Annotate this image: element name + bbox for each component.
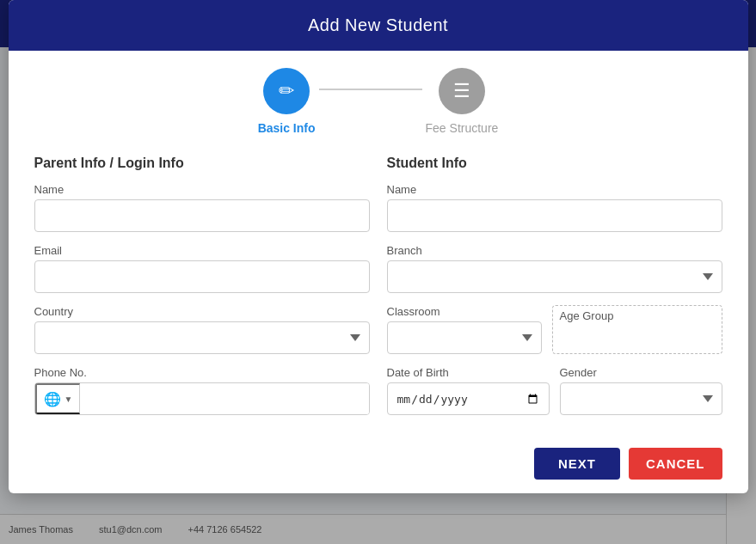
student-dob-group: Date of Birth <box>387 366 550 415</box>
student-gender-select[interactable] <box>560 382 722 415</box>
modal-overlay: Add New Student ✏ Basic Info ☰ Fee Struc… <box>0 0 756 544</box>
add-student-modal: Add New Student ✏ Basic Info ☰ Fee Struc… <box>9 0 748 493</box>
student-dob-label: Date of Birth <box>387 366 550 379</box>
parent-name-label: Name <box>34 183 370 196</box>
pencil-icon: ✏ <box>279 80 294 102</box>
cancel-button[interactable]: CANCEL <box>629 448 722 480</box>
modal-title: Add New Student <box>308 15 448 34</box>
step1-label: Basic Info <box>258 121 316 135</box>
form-columns: Parent Info / Login Info Name Email Coun… <box>34 156 722 427</box>
parent-info-column: Parent Info / Login Info Name Email Coun… <box>34 156 370 427</box>
student-gender-group: Gender <box>560 366 722 415</box>
modal-body: ✏ Basic Info ☰ Fee Structure Parent Info… <box>9 51 748 436</box>
student-age-group-group: Age Group <box>552 305 722 354</box>
parent-email-label: Email <box>34 244 370 257</box>
phone-chevron-icon: ▼ <box>65 394 73 404</box>
phone-flag-button[interactable]: 🌐 ▼ <box>35 383 81 414</box>
phone-input-wrapper: 🌐 ▼ <box>34 382 370 415</box>
parent-email-input[interactable] <box>34 260 370 293</box>
step-fee-structure[interactable]: ☰ Fee Structure <box>426 68 499 135</box>
student-info-column: Student Info Name Branch Classroom <box>387 156 722 427</box>
next-button[interactable]: NEXT <box>534 448 620 480</box>
student-classroom-group: Classroom <box>387 305 542 354</box>
student-gender-label: Gender <box>560 366 722 379</box>
dob-gender-row: Date of Birth Gender <box>387 366 722 427</box>
student-age-group-label: Age Group <box>560 309 715 322</box>
student-age-group-input[interactable] <box>560 324 715 348</box>
modal-footer: NEXT CANCEL <box>9 436 748 493</box>
step2-label: Fee Structure <box>426 121 499 135</box>
list-icon: ☰ <box>453 80 470 102</box>
parent-name-input[interactable] <box>34 199 370 232</box>
student-branch-group: Branch <box>387 244 722 293</box>
student-name-input[interactable] <box>387 199 722 232</box>
step-basic-info[interactable]: ✏ Basic Info <box>258 68 316 135</box>
step1-circle: ✏ <box>263 68 310 114</box>
parent-country-group: Country <box>34 305 370 354</box>
parent-section-title: Parent Info / Login Info <box>34 156 370 171</box>
student-classroom-select[interactable] <box>387 321 542 354</box>
modal-header: Add New Student <box>9 0 748 51</box>
parent-country-select[interactable] <box>34 321 370 354</box>
student-section-title: Student Info <box>387 156 722 171</box>
step2-circle: ☰ <box>439 68 485 114</box>
stepper: ✏ Basic Info ☰ Fee Structure <box>34 68 722 135</box>
student-classroom-label: Classroom <box>387 305 542 318</box>
parent-phone-group: Phone No. 🌐 ▼ <box>34 366 370 415</box>
step-connector <box>319 89 422 90</box>
parent-phone-label: Phone No. <box>34 366 370 379</box>
parent-country-label: Country <box>34 305 370 318</box>
globe-icon: 🌐 <box>44 391 61 407</box>
student-branch-select[interactable] <box>387 260 722 293</box>
student-branch-label: Branch <box>387 244 722 257</box>
student-name-label: Name <box>387 183 722 196</box>
phone-number-input[interactable] <box>80 383 368 414</box>
parent-email-group: Email <box>34 244 370 293</box>
student-name-group: Name <box>387 183 722 232</box>
parent-name-group: Name <box>34 183 370 232</box>
student-dob-input[interactable] <box>387 382 550 415</box>
classroom-age-row: Classroom Age Group <box>387 305 722 366</box>
